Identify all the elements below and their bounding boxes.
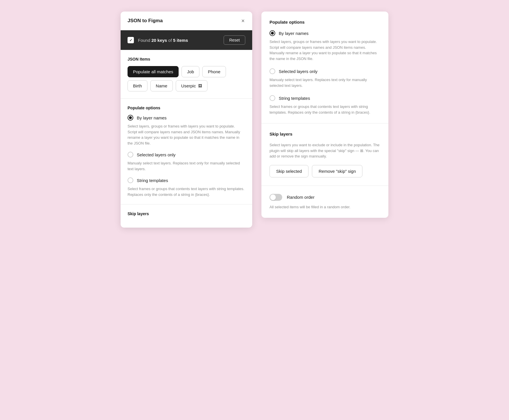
item-tag-name[interactable]: Name [150, 80, 173, 91]
keys-count: 20 keys [151, 38, 167, 43]
close-button[interactable]: × [241, 17, 245, 24]
option-row-selected-layers: Selected layers only [128, 152, 245, 158]
random-order-label: Random order [287, 195, 315, 200]
panel-header: JSON to Figma × [121, 12, 252, 30]
right-string-templates-label: String templates [279, 96, 310, 101]
option-row-string-templates: String templates [128, 177, 245, 183]
items-count: 5 items [173, 38, 188, 43]
right-string-templates-desc: Select frames or groups that contents te… [270, 104, 380, 115]
item-tag-job[interactable]: Job [181, 66, 199, 77]
found-bar: Found 20 keys of 5 items Reset [121, 30, 252, 50]
toggle-row: Random order [270, 194, 380, 201]
right-option-row-string: String templates [270, 95, 380, 101]
right-selected-layers-label: Selected layers only [279, 69, 317, 74]
random-order-desc: All selected items will be filled in a r… [270, 204, 380, 210]
option-row-by-layer: By layer names [128, 115, 245, 121]
random-order-toggle[interactable] [270, 194, 282, 201]
item-tag-label: Name [156, 83, 167, 88]
right-radio-selected-layers[interactable] [270, 68, 275, 74]
json-items-section: JSON Items Populate all matches Job Phon… [121, 50, 252, 99]
option-string-templates-desc: Select frames or groups that contents te… [128, 186, 245, 197]
right-populate-title: Populate options [270, 20, 380, 25]
populate-options-section: Populate options By layer names Select l… [121, 99, 252, 205]
option-string-templates-label: String templates [137, 178, 168, 183]
item-tag-label: Userpic [181, 83, 196, 88]
items-grid: Populate all matches Job Phone Birth Nam… [128, 66, 245, 91]
item-tag-phone[interactable]: Phone [202, 66, 226, 77]
right-skip-layers: Skip layers Select layers you want to ex… [261, 123, 388, 186]
item-tag-populate-all[interactable]: Populate all matches [128, 66, 179, 77]
skip-layers-section: Skip layers [121, 205, 252, 228]
right-skip-title: Skip layers [270, 132, 380, 136]
skip-selected-button[interactable]: Skip selected [270, 165, 308, 177]
panel-title: JSON to Figma [128, 18, 163, 24]
right-by-layer-desc: Select layers, groups or frames with lay… [270, 39, 380, 61]
right-random-order: Random order All selected items will be … [261, 186, 388, 218]
radio-selected-layers[interactable] [128, 152, 133, 158]
item-tag-label: Birth [133, 83, 142, 88]
right-by-layer-label: By layer names [279, 31, 308, 36]
option-selected-layers-label: Selected layers only [137, 152, 175, 157]
right-populate-options: Populate options By layer names Select l… [261, 12, 388, 123]
item-tag-label: Populate all matches [133, 69, 173, 74]
skip-buttons: Skip selected Remove "skip" sign [270, 165, 380, 177]
item-tag-userpic[interactable]: Userpic 🖼 [176, 80, 207, 91]
found-bar-left: Found 20 keys of 5 items [128, 37, 188, 43]
right-radio-by-layer[interactable] [270, 30, 275, 36]
reset-button[interactable]: Reset [224, 35, 245, 45]
right-skip-desc: Select layers you want to exclude or inc… [270, 142, 380, 159]
radio-string-templates[interactable] [128, 177, 133, 183]
skip-layers-label: Skip layers [128, 211, 245, 216]
left-panel: JSON to Figma × Found 20 keys of 5 items… [121, 12, 252, 228]
remove-skip-sign-button[interactable]: Remove "skip" sign [312, 165, 362, 177]
right-selected-layers-desc: Manualy select text layers. Replaces tex… [270, 77, 380, 88]
right-option-row-by-layer: By layer names [270, 30, 380, 36]
item-tag-label: Phone [208, 69, 220, 74]
populate-options-label: Populate options [128, 106, 245, 110]
option-selected-layers-desc: Manualy select text layers. Replaces tex… [128, 160, 245, 172]
json-items-label: JSON Items [128, 57, 245, 61]
right-panel: Populate options By layer names Select l… [261, 12, 388, 218]
select-all-checkbox[interactable] [128, 37, 134, 43]
item-tag-birth[interactable]: Birth [128, 80, 147, 91]
right-radio-string-templates[interactable] [270, 95, 275, 101]
option-by-layer-label: By layer names [137, 115, 166, 120]
item-tag-label: Job [187, 69, 194, 74]
option-by-layer-desc: Select layers, groups or frames with lay… [128, 123, 245, 146]
radio-by-layer-names[interactable] [128, 115, 133, 121]
image-icon: 🖼 [198, 84, 202, 88]
found-text: Found 20 keys of 5 items [138, 38, 188, 43]
right-option-row-selected: Selected layers only [270, 68, 380, 74]
